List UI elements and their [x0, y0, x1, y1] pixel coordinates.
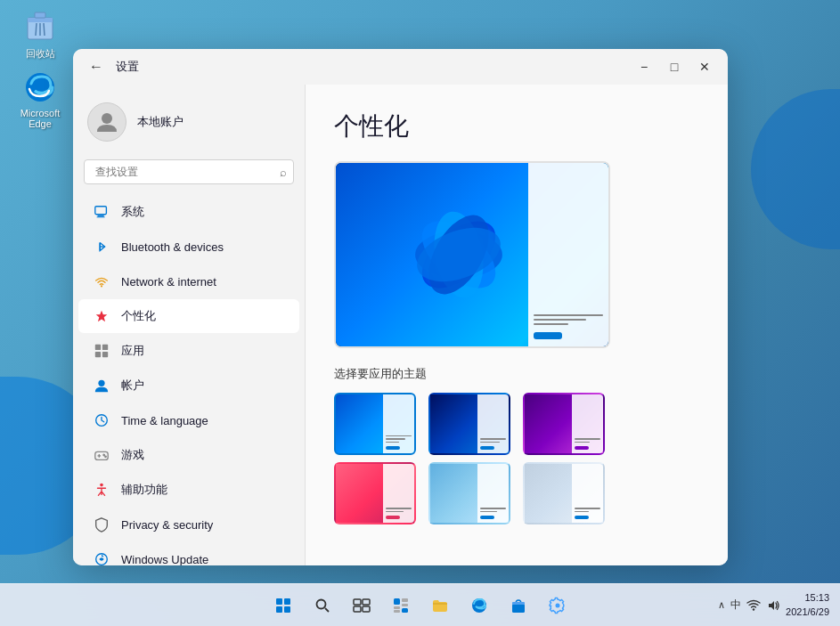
- search-box[interactable]: ⌕: [84, 159, 294, 184]
- svg-rect-32: [284, 598, 290, 605]
- taskbar-clock[interactable]: 15:13 2021/6/29: [786, 591, 829, 619]
- bluetooth-label: Bluetooth & devices: [121, 240, 224, 254]
- taskbar-widgets[interactable]: [385, 589, 417, 622]
- edge-image: [22, 69, 58, 105]
- back-button[interactable]: ←: [84, 54, 109, 79]
- theme-card-5[interactable]: [428, 462, 510, 524]
- accessibility-label: 辅助功能: [121, 482, 167, 498]
- nav-item-bluetooth[interactable]: Bluetooth & devices: [78, 230, 299, 264]
- theme-mini-btn-1: [386, 446, 400, 450]
- theme-section-title: 选择要应用的主题: [334, 366, 699, 382]
- svg-rect-9: [98, 215, 104, 217]
- preview-lines: [534, 314, 603, 325]
- taskbar-settings[interactable]: [542, 589, 574, 622]
- theme-mini-taskbar-3: [572, 394, 603, 453]
- time-label: Time & language: [121, 414, 208, 427]
- nav-item-apps[interactable]: 应用: [78, 334, 299, 368]
- theme-mini-btn-2: [480, 446, 494, 450]
- theme-mini-lines-4: [386, 508, 412, 512]
- apps-label: 应用: [121, 343, 144, 359]
- taskbar-search[interactable]: [306, 589, 338, 622]
- recycle-bin-image: [22, 9, 58, 45]
- nav-item-personalization[interactable]: 个性化: [78, 299, 299, 333]
- mini-line: [480, 508, 506, 509]
- svg-rect-39: [354, 606, 361, 612]
- search-input[interactable]: [84, 159, 294, 184]
- recycle-bin-icon[interactable]: 回收站: [9, 9, 71, 61]
- mini-line: [575, 438, 600, 440]
- nav-item-update[interactable]: Windows Update: [78, 542, 299, 565]
- nav-item-gaming[interactable]: 游戏: [78, 438, 299, 472]
- preview-line-3: [534, 323, 568, 325]
- taskbar-chevron[interactable]: ∧: [718, 599, 725, 611]
- taskbar-network-icon[interactable]: [746, 598, 761, 613]
- user-section[interactable]: 本地账户: [73, 92, 305, 156]
- gaming-label: 游戏: [121, 447, 144, 463]
- close-button[interactable]: ✕: [692, 54, 717, 79]
- theme-mini-lines-2: [480, 438, 506, 443]
- mini-line: [480, 438, 506, 440]
- taskbar-store[interactable]: [502, 589, 534, 622]
- theme-mini-lines-1: [386, 435, 412, 443]
- window-controls: − □ ✕: [632, 54, 717, 79]
- taskbar-explorer[interactable]: [424, 589, 456, 622]
- taskbar-taskview[interactable]: [346, 589, 378, 622]
- user-name: 本地账户: [137, 114, 183, 130]
- taskbar-time-display: 15:13: [786, 591, 829, 605]
- mini-line: [386, 442, 399, 443]
- nav-item-accessibility[interactable]: 辅助功能: [78, 473, 299, 507]
- nav-item-network[interactable]: Network & internet: [78, 264, 299, 298]
- svg-rect-31: [276, 598, 282, 605]
- preview-taskbar: [528, 163, 608, 346]
- theme-preview-large[interactable]: [334, 161, 610, 348]
- desktop-icons: 回收站 Microsoft Edge: [9, 9, 71, 129]
- theme-card-6[interactable]: [523, 462, 605, 524]
- svg-rect-49: [512, 602, 525, 605]
- mini-line: [386, 435, 412, 437]
- taskbar-start[interactable]: [267, 589, 299, 622]
- svg-rect-42: [402, 598, 408, 602]
- theme-card-1[interactable]: [334, 393, 416, 455]
- svg-point-21: [103, 454, 104, 455]
- theme-mini-lines-6: [575, 508, 600, 512]
- taskbar-keyboard[interactable]: 中: [730, 598, 741, 613]
- svg-rect-48: [512, 604, 525, 613]
- mini-line: [575, 511, 589, 513]
- svg-line-36: [325, 608, 329, 612]
- taskbar-center: [267, 589, 574, 622]
- avatar: [87, 102, 126, 142]
- personalization-icon: [93, 307, 110, 325]
- theme-card-3[interactable]: [523, 393, 605, 455]
- nav-item-system[interactable]: 系统: [78, 195, 299, 229]
- svg-rect-1: [28, 18, 53, 22]
- minimize-button[interactable]: −: [632, 54, 657, 79]
- clock-icon: [93, 411, 110, 429]
- theme-card-2[interactable]: [428, 393, 510, 455]
- svg-point-16: [98, 380, 104, 386]
- update-label: Windows Update: [121, 553, 208, 566]
- nav-item-time[interactable]: Time & language: [78, 403, 299, 437]
- nav-item-privacy[interactable]: Privacy & security: [78, 508, 299, 541]
- maximize-button[interactable]: □: [662, 54, 687, 79]
- svg-rect-45: [394, 610, 400, 613]
- taskbar-edge[interactable]: [463, 589, 495, 622]
- edge-icon[interactable]: Microsoft Edge: [9, 69, 71, 129]
- taskbar-sound-icon[interactable]: [766, 598, 780, 613]
- preview-line-2: [534, 319, 586, 321]
- svg-rect-40: [363, 606, 370, 612]
- theme-mini-taskbar-5: [477, 464, 509, 523]
- person-icon: [93, 377, 110, 394]
- mini-line: [480, 511, 497, 513]
- svg-rect-41: [394, 598, 400, 605]
- taskbar: ∧ 中 15:13 2021/6/29: [0, 583, 840, 626]
- mini-line: [386, 438, 405, 440]
- deco-circle-right: [751, 89, 840, 249]
- edge-label: Microsoft Edge: [9, 108, 71, 129]
- desktop: 回收站 Microsoft Edge ← 设置 − □ ✕: [0, 0, 840, 626]
- svg-rect-38: [363, 599, 370, 605]
- svg-point-50: [753, 608, 754, 610]
- nav-item-accounts[interactable]: 帐户: [78, 369, 299, 402]
- theme-mini-btn-6: [575, 516, 589, 519]
- theme-card-4[interactable]: [334, 462, 416, 524]
- svg-rect-34: [284, 606, 290, 613]
